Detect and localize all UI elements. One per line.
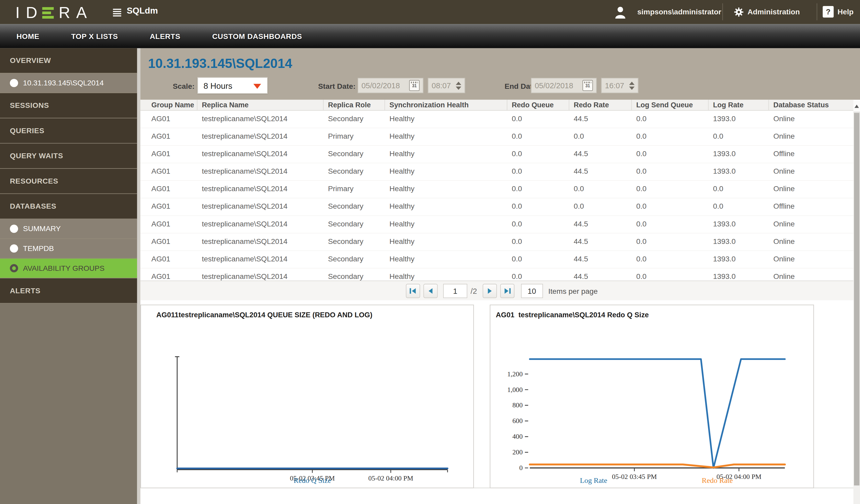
sidebar-item-query-waits[interactable]: QUERY WAITS bbox=[0, 144, 137, 169]
table-row[interactable]: AG01testreplicaname\SQL2014SecondaryHeal… bbox=[140, 146, 854, 163]
column-header-redo-queue[interactable]: Redo Queue bbox=[507, 100, 569, 110]
page-number-input[interactable] bbox=[443, 284, 467, 298]
queue-size-chart: 05-02 03:45 PM05-02 04:00 PMRedo Q Size bbox=[141, 305, 473, 488]
logged-in-user[interactable]: simpsons\administrator bbox=[637, 8, 721, 16]
menu-hamburger-icon[interactable] bbox=[113, 8, 121, 17]
table-row[interactable]: AG01testreplicaname\SQL2014SecondaryHeal… bbox=[140, 251, 854, 268]
cell-replica-role: Secondary bbox=[324, 146, 385, 163]
column-header-replica-name[interactable]: Replica Name bbox=[197, 100, 324, 110]
cell-sync-health: Healthy bbox=[385, 128, 507, 145]
sidebar-item-queries[interactable]: QUERIES bbox=[0, 118, 137, 144]
cell-redo-queue: 0.0 bbox=[507, 198, 569, 216]
cell-redo-rate: 44.5 bbox=[569, 234, 632, 250]
dot-bullet-icon bbox=[10, 244, 18, 253]
cell-group-name: AG01 bbox=[140, 234, 197, 250]
column-header-redo-rate[interactable]: Redo Rate bbox=[569, 100, 632, 110]
cell-log-rate: 1393.0 bbox=[709, 234, 769, 250]
nav-item-alerts[interactable]: ALERTS bbox=[150, 32, 181, 40]
nav-item-top-x-lists[interactable]: TOP X LISTS bbox=[71, 32, 118, 40]
last-page-button[interactable] bbox=[500, 284, 514, 298]
help-link[interactable]: Help bbox=[837, 8, 854, 16]
cell-database-status: Online bbox=[769, 251, 854, 268]
end-time-field[interactable]: 16:07 bbox=[601, 78, 639, 93]
scrollbar-thumb[interactable] bbox=[854, 113, 859, 486]
cell-group-name: AG01 bbox=[140, 216, 197, 233]
cell-log-rate: 1393.0 bbox=[709, 111, 769, 128]
cell-log-send-queue: 0.0 bbox=[632, 216, 709, 233]
administration-link[interactable]: Administration bbox=[748, 8, 800, 16]
cell-log-send-queue: 0.0 bbox=[632, 198, 709, 216]
cell-group-name: AG01 bbox=[140, 111, 197, 128]
table-row[interactable]: AG01testreplicaname\SQL2014SecondaryHeal… bbox=[140, 234, 854, 251]
sidebar-item-resources[interactable]: RESOURCES bbox=[0, 169, 137, 194]
cell-redo-rate: 0.0 bbox=[569, 198, 632, 216]
column-header-log-rate[interactable]: Log Rate bbox=[709, 100, 769, 110]
svg-text:800: 800 bbox=[512, 401, 522, 409]
cell-redo-rate: 0.0 bbox=[569, 181, 632, 198]
cell-database-status: Online bbox=[769, 128, 854, 145]
ring-bullet-icon bbox=[10, 264, 18, 272]
sidebar-item-overview[interactable]: OVERVIEW bbox=[0, 48, 137, 74]
cell-redo-rate: 44.5 bbox=[569, 111, 632, 128]
cell-database-status: Online bbox=[769, 234, 854, 250]
sidebar-item-summary[interactable]: SUMMARY bbox=[0, 219, 137, 239]
end-date-field[interactable]: 05/02/2018 31 bbox=[531, 78, 597, 93]
calendar-icon[interactable]: 31 bbox=[583, 80, 593, 91]
sidebar-item-alerts[interactable]: ALERTS bbox=[0, 278, 137, 304]
table-row[interactable]: AG01testreplicaname\SQL2014SecondaryHeal… bbox=[140, 163, 854, 181]
svg-text:200: 200 bbox=[512, 448, 522, 456]
scroll-up-button[interactable] bbox=[854, 101, 860, 112]
sidebar-item-databases[interactable]: DATABASES bbox=[0, 194, 137, 219]
time-spinner[interactable] bbox=[629, 81, 635, 90]
topbar-divider bbox=[817, 3, 817, 20]
cell-replica-role: Secondary bbox=[324, 163, 385, 180]
app-name: SQLdm bbox=[127, 6, 158, 16]
help-icon[interactable]: ? bbox=[822, 6, 834, 17]
column-header-log-send-queue[interactable]: Log Send Queue bbox=[632, 100, 709, 110]
sidebar-item-label: SUMMARY bbox=[23, 225, 61, 233]
nav-item-custom-dashboards[interactable]: CUSTOM DASHBOARDS bbox=[212, 32, 302, 40]
chart-title: AG011testreplicaname\SQL2014 QUEUE SIZE … bbox=[156, 311, 372, 319]
cell-redo-queue: 0.0 bbox=[507, 181, 569, 198]
calendar-icon[interactable]: 31 bbox=[409, 80, 419, 91]
cell-replica-name: testreplicaname\SQL2014 bbox=[197, 146, 324, 163]
vertical-scrollbar[interactable] bbox=[854, 101, 860, 504]
column-header-group-name[interactable]: Group Name bbox=[140, 100, 197, 110]
table-row[interactable]: AG01testreplicaname\SQL2014PrimaryHealth… bbox=[140, 128, 854, 146]
cell-log-send-queue: 0.0 bbox=[632, 163, 709, 180]
cell-database-status: Online bbox=[769, 111, 854, 128]
column-header-database-status[interactable]: Database Status bbox=[769, 100, 854, 110]
table-row[interactable]: AG01testreplicaname\SQL2014SecondaryHeal… bbox=[140, 111, 854, 128]
table-row[interactable]: AG01testreplicaname\SQL2014PrimaryHealth… bbox=[140, 181, 854, 198]
cell-group-name: AG01 bbox=[140, 128, 197, 145]
user-icon[interactable] bbox=[614, 5, 626, 21]
table-row[interactable]: AG01testreplicaname\SQL2014SecondaryHeal… bbox=[140, 198, 854, 216]
next-page-button[interactable] bbox=[483, 284, 497, 298]
sidebar-item-availability-groups[interactable]: AVAILABILITY GROUPS bbox=[0, 258, 137, 278]
cell-replica-role: Primary bbox=[324, 181, 385, 198]
start-date-field[interactable]: 05/02/2018 31 bbox=[358, 78, 424, 93]
column-header-replica-role[interactable]: Replica Role bbox=[324, 100, 385, 110]
pager: /2 Items per page bbox=[406, 284, 598, 298]
cell-database-status: Offline bbox=[769, 198, 854, 216]
sidebar-item-10-31-193-145-sql2014[interactable]: 10.31.193.145\SQL2014 bbox=[0, 73, 137, 93]
cell-replica-role: Primary bbox=[324, 128, 385, 145]
sidebar-item-label: QUERIES bbox=[10, 127, 44, 135]
sidebar-item-tempdb[interactable]: TEMPDB bbox=[0, 239, 137, 259]
scale-dropdown[interactable]: 8 Hours bbox=[197, 77, 268, 94]
cell-redo-rate: 0.0 bbox=[569, 128, 632, 145]
column-header-sync-health[interactable]: Synchronization Health bbox=[385, 100, 507, 110]
cell-redo-queue: 0.0 bbox=[507, 251, 569, 268]
cell-replica-name: testreplicaname\SQL2014 bbox=[197, 163, 324, 180]
previous-page-button[interactable] bbox=[424, 284, 438, 298]
items-per-page-input[interactable] bbox=[521, 284, 543, 298]
table-row[interactable]: AG01testreplicaname\SQL2014SecondaryHeal… bbox=[140, 216, 854, 234]
time-spinner[interactable] bbox=[456, 81, 461, 90]
first-page-button[interactable] bbox=[406, 284, 420, 298]
gear-icon[interactable] bbox=[734, 7, 744, 19]
cell-log-send-queue: 0.0 bbox=[632, 234, 709, 250]
nav-item-home[interactable]: HOME bbox=[16, 32, 40, 40]
cell-log-send-queue: 0.0 bbox=[632, 111, 709, 128]
sidebar-item-sessions[interactable]: SESSIONS bbox=[0, 93, 137, 119]
start-time-field[interactable]: 08:07 bbox=[428, 78, 465, 93]
